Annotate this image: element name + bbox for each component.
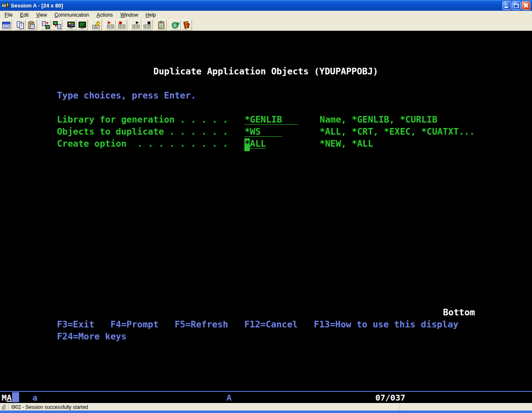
cursor-underbar: [244, 149, 250, 151]
session-window-button[interactable]: [1, 20, 12, 30]
close-icon: [523, 3, 529, 8]
web-help-button[interactable]: ?: [170, 20, 181, 30]
oia-cursor-position: 07/037: [375, 393, 405, 402]
keyboard-setup-icon: [92, 21, 101, 29]
toolbar-group: [1, 20, 12, 30]
toolbar-group: [15, 20, 37, 30]
macro-stop-record-icon: [118, 21, 126, 29]
input-field-library-for-generation[interactable]: *GENLIB: [244, 115, 298, 125]
svg-text:?: ?: [176, 21, 180, 28]
screen-text: *NEW, *ALL: [320, 139, 373, 148]
minimize-button[interactable]: [502, 1, 511, 10]
screen-text: Duplicate Application Objects (YDUPAPPOB…: [153, 67, 378, 76]
menu-edit[interactable]: Edit: [16, 11, 32, 19]
svg-text:?: ?: [186, 22, 190, 29]
padlock-icon: [1, 404, 7, 410]
text-cursor: *: [244, 138, 250, 149]
menu-communication[interactable]: Communication: [51, 11, 93, 19]
screen-text: F3=Exit F4=Prompt F5=Refresh F12=Cancel …: [57, 320, 458, 329]
toolbar: ??: [0, 19, 532, 31]
paste-icon: [27, 21, 36, 29]
app-icon: [2, 2, 9, 9]
copy-button[interactable]: [15, 20, 26, 30]
send-file-button[interactable]: [40, 20, 51, 30]
help-index-button[interactable]: ?: [181, 20, 192, 30]
toolbar-group: [105, 20, 128, 30]
screen-text: Name, *GENLIB, *CURLIB: [320, 115, 437, 124]
macro-stop-button[interactable]: [142, 20, 153, 30]
menu-help[interactable]: Help: [142, 11, 160, 19]
keyboard-setup-button[interactable]: [91, 20, 102, 30]
menu-window[interactable]: Window: [117, 11, 142, 19]
paste-button[interactable]: [26, 20, 37, 30]
color-display-button[interactable]: [66, 20, 76, 30]
status-message: I902 - Session successfully started: [11, 404, 88, 410]
macro-record-button[interactable]: [105, 20, 116, 30]
clipboard-icon: [157, 21, 165, 29]
restore-button[interactable]: [512, 1, 521, 10]
status-bar: I902 - Session successfully started: [0, 403, 532, 411]
session-window-frame: Session A - [24 x 80] FileEditViewCommun…: [0, 0, 532, 413]
menu-file[interactable]: File: [1, 11, 16, 19]
window-bottom-border: [0, 411, 532, 413]
color-display-icon: [67, 21, 75, 29]
session-window-icon: [2, 21, 10, 29]
title-bar[interactable]: Session A - [24 x 80]: [0, 0, 532, 11]
oia-system-indicator: A: [227, 393, 232, 402]
web-help-icon: ?: [171, 21, 180, 29]
toolbar-group: ??: [170, 20, 192, 30]
close-button[interactable]: [522, 1, 530, 10]
toolbar-group: [40, 20, 63, 30]
terminal-screen[interactable]: Duplicate Application Objects (YDUPAPPOB…: [0, 31, 532, 391]
statusbar-icon-divider: [8, 404, 9, 411]
toolbar-group: [66, 20, 88, 30]
statusbar-divider: [400, 404, 401, 411]
restore-icon: [514, 4, 519, 8]
menu-view[interactable]: View: [32, 11, 51, 19]
operator-information-area: MA a A 07/037: [0, 391, 532, 403]
screen-text: Library for generation . . . . .: [57, 115, 228, 124]
toolbar-group: [91, 20, 102, 30]
macro-play-button[interactable]: [131, 20, 141, 30]
macro-play-icon: [132, 21, 140, 29]
input-field-create-option[interactable]: *ALL: [244, 139, 266, 149]
oia-cursor-block: [12, 392, 19, 402]
oia-keyboard-indicator: a: [32, 393, 37, 402]
screen-text: Type choices, press Enter.: [57, 91, 196, 100]
minimize-icon: [505, 7, 508, 8]
receive-file-icon: [53, 21, 61, 29]
oia-status-indicator: MA: [2, 393, 12, 402]
window-controls: [502, 1, 530, 10]
display-setup-button[interactable]: [77, 20, 88, 30]
screen-text: Create option . . . . . . . . .: [57, 139, 228, 148]
help-index-icon: ?: [182, 21, 191, 29]
screen-text: Bottom: [443, 308, 475, 317]
send-file-icon: [42, 21, 50, 29]
input-field-objects-to-duplicate[interactable]: *WS: [244, 127, 282, 137]
menu-bar: FileEditViewCommunicationActionsWindowHe…: [0, 11, 532, 19]
screen-text: *ALL, *CRT, *EXEC, *CUATXT...: [320, 127, 475, 136]
menu-actions[interactable]: Actions: [93, 11, 116, 19]
window-title: Session A - [24 x 80]: [11, 2, 502, 9]
toolbar-group: [156, 20, 167, 30]
toolbar-group: [131, 20, 153, 30]
copy-icon: [16, 21, 25, 29]
macro-stop-icon: [143, 21, 151, 29]
clipboard-button[interactable]: [156, 20, 167, 30]
screen-text: F24=More keys: [57, 332, 126, 341]
macro-record-icon: [106, 21, 115, 29]
screen-text: Objects to duplicate . . . . . .: [57, 127, 228, 136]
receive-file-button[interactable]: [52, 20, 62, 30]
macro-stop-record-button[interactable]: [116, 20, 127, 30]
display-setup-icon: [78, 21, 86, 29]
